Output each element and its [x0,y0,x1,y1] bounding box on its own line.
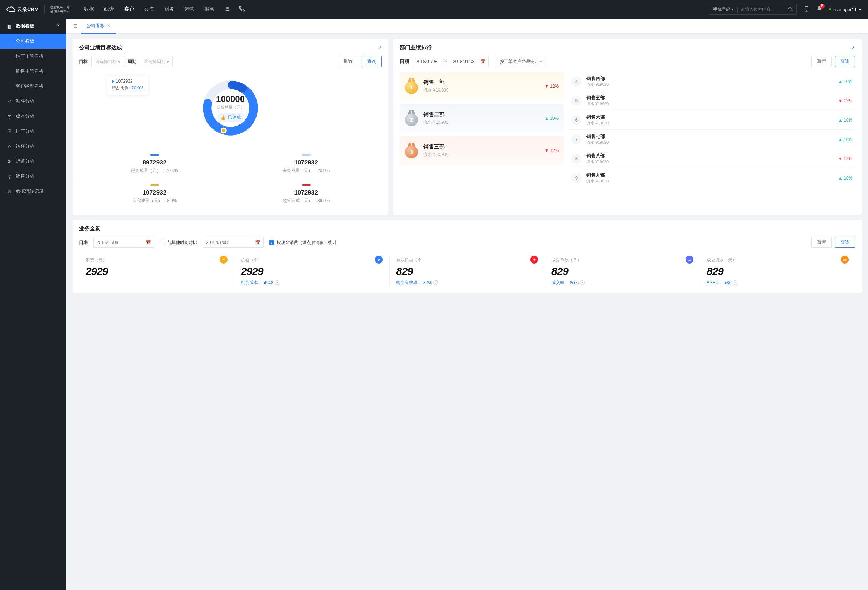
query-button[interactable]: 查询 [835,237,855,248]
top-nav-item[interactable]: 数据 [84,6,94,13]
kpi-cell: 1072932超额完成（元）|89.9% [230,179,382,209]
metric-cell: 消费（元）￥2929 [79,256,234,287]
status-dot [829,8,831,10]
kpi-cell: 8972932已完成量（元）|70.9% [79,149,230,179]
help-icon[interactable]: ? [275,280,279,285]
top-nav-item[interactable]: 报名 [204,6,214,13]
chevron-down-icon: ▾ [118,59,120,64]
date-range-picker[interactable]: 2018/01/08至2018/01/08📅 [413,56,489,67]
dashboard-icon: ▥ [6,24,12,29]
sidebar-item[interactable]: ☑推广分析 [0,124,66,139]
top-nav-item[interactable]: 运营 [184,6,194,13]
podium-item[interactable]: 2销售二部流水 ¥10,900▲ 10% [400,104,564,132]
medal-icon: 2 [404,110,418,126]
user-icon[interactable] [224,6,231,13]
query-button[interactable]: 查询 [362,56,382,67]
date-picker-2[interactable]: 2018/01/08📅 [203,237,264,248]
search-icon[interactable] [784,6,796,13]
metric-icon: ➤ [375,256,383,263]
sidebar-icon: ⎘ [6,189,12,194]
goal-card: 公司业绩目标达成 ⤢ 目标 请选择目标▾ 周期 请选择周期▾ 重置 查询 [72,38,388,215]
sidebar-sub-item[interactable]: 客户经理看板 [0,79,66,94]
rank-row[interactable]: 7销售七部流水 ¥19020▲ 10% [568,130,855,149]
top-nav-item[interactable]: 财务 [164,6,174,13]
top-header: 云朵CRM 教育机构一站式服务云平台 数据线索客户公海财务运营报名 手机号码▾ … [0,0,868,19]
rank-row[interactable]: 8销售八部流水 ¥19020▼ 12% [568,149,855,168]
sidebar-item[interactable]: ◷成本分析 [0,109,66,124]
hamburger-icon[interactable]: ☰ [70,23,81,29]
user-menu[interactable]: manager11 ▾ [829,7,862,12]
sidebar-icon: ◷ [6,114,12,119]
svg-point-1 [788,7,791,10]
stat-by-select[interactable]: 按工单客户经理统计▾ [496,56,546,67]
logo: 云朵CRM 教育机构一站式服务云平台 [6,4,70,14]
metric-icon: ▭ [841,256,849,263]
sidebar-item[interactable]: ⎋访客分析 [0,139,66,154]
goal-card-title: 公司业绩目标达成 [79,44,122,51]
help-icon[interactable]: ? [433,280,438,285]
podium-item[interactable]: 3销售三部流水 ¥10,900▼ 12% [400,136,564,165]
rank-row[interactable]: 5销售五部流水 ¥19020▼ 12% [568,91,855,110]
date-picker-1[interactable]: 2018/01/08📅 [93,237,154,248]
podium-item[interactable]: 1销售一部流水 ¥10,900▼ 12% [400,72,564,100]
help-icon[interactable]: ? [733,280,737,285]
medal-icon: 1 [404,78,418,94]
label-target: 目标 [79,59,88,65]
top-nav-item[interactable]: 线索 [104,6,114,13]
kpi-cell: 1072932应完成量（元）|8.9% [79,179,230,209]
calendar-icon: 📅 [255,240,260,245]
reset-button[interactable]: 重置 [812,56,831,67]
expand-icon[interactable]: ⤢ [851,45,855,50]
tab-company-board[interactable]: 公司看板 ✕ [81,19,115,34]
kpi-cell: 1072932未完成量（元）|20.9% [230,149,382,179]
metric-cell: 成交单数（单）≡829成交率：80%? [545,256,700,287]
search-type-select[interactable]: 手机号码▾ [710,6,738,13]
chevron-down-icon: ▾ [540,59,542,64]
medal-icon: 3 [404,143,418,158]
sidebar-item[interactable]: ◎销售分析 [0,169,66,184]
rank-card: 部门业绩排行 ⤢ 日期 2018/01/08至2018/01/08📅 按工单客户… [393,38,862,215]
calendar-icon: 📅 [146,240,151,245]
calendar-icon: 📅 [477,59,489,64]
sidebar-icon: ▽ [6,99,12,104]
achieved-badge: 👍 已达成 [217,113,244,122]
rank-row[interactable]: 6销售六部流水 ¥19020▲ 10% [568,110,855,130]
target-select[interactable]: 请选择目标▾ [91,56,124,67]
sidebar-group-dashboard[interactable]: ▥数据看板 ⌃ [0,19,66,34]
reset-button[interactable]: 重置 [812,237,831,248]
close-icon[interactable]: ✕ [107,23,111,28]
rank-card-title: 部门业绩排行 [400,44,432,51]
expand-icon[interactable]: ⤢ [378,45,382,50]
device-icon[interactable] [803,6,810,13]
sidebar-icon: ☑ [6,129,12,134]
compare-checkbox[interactable]: 与其他时间对比 [160,240,197,246]
sidebar-item[interactable]: ⚙渠道分析 [0,154,66,169]
query-button[interactable]: 查询 [835,56,855,67]
search-input[interactable] [738,4,784,14]
bell-icon[interactable]: 5 [816,6,822,13]
chevron-down-icon: ▾ [167,59,169,64]
period-select[interactable]: 请选择周期▾ [140,56,173,67]
svg-point-6 [221,128,226,133]
metric-cell: 成交流水（元）▭829ARPU：¥80? [700,256,855,287]
top-nav-item[interactable]: 客户 [124,6,134,13]
biz-card-title: 业务全景 [79,225,855,232]
sidebar-item[interactable]: ⎘数据流转记录 [0,184,66,199]
phone-icon[interactable] [239,6,245,13]
top-nav-item[interactable]: 公海 [144,6,154,13]
sidebar-sub-item[interactable]: 推广主管看板 [0,49,66,64]
rank-row[interactable]: 9销售九部流水 ¥19020▲ 10% [568,168,855,187]
metric-icon: ￥ [220,256,227,263]
chevron-up-icon: ⌃ [56,24,60,29]
reset-button[interactable]: 重置 [338,56,358,67]
sidebar-sub-item[interactable]: 公司看板 [0,34,66,49]
metric-cell: 有效机会（个）✦829机会有效率：80%? [390,256,545,287]
sidebar-item[interactable]: ▽漏斗分析 [0,94,66,109]
sidebar-sub-item[interactable]: 销售主管看板 [0,64,66,79]
cash-checkbox[interactable]: ✓按现金消费（返点后消费）统计 [269,240,337,246]
chevron-down-icon: ▾ [859,7,862,12]
rank-row[interactable]: 4销售四部流水 ¥19020▲ 10% [568,72,855,91]
help-icon[interactable]: ? [580,280,585,285]
donut-chart: 100000 目标总量（元） 👍 已达成 [79,71,382,146]
header-search[interactable]: 手机号码▾ [709,4,797,15]
